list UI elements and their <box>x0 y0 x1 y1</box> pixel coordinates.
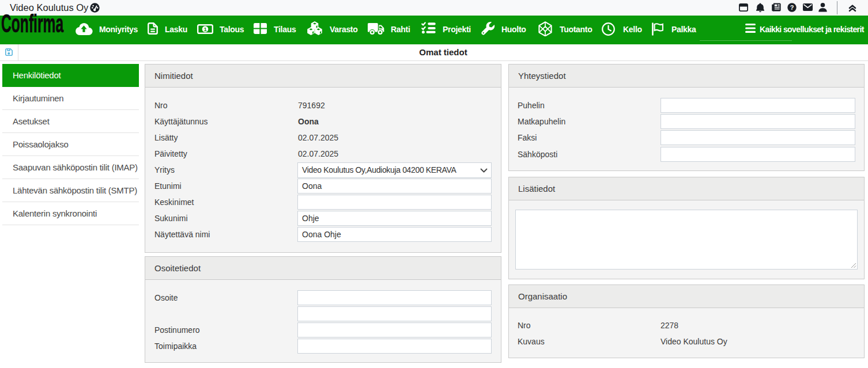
svg-text:1: 1 <box>204 26 207 32</box>
svg-text:?: ? <box>790 4 794 11</box>
